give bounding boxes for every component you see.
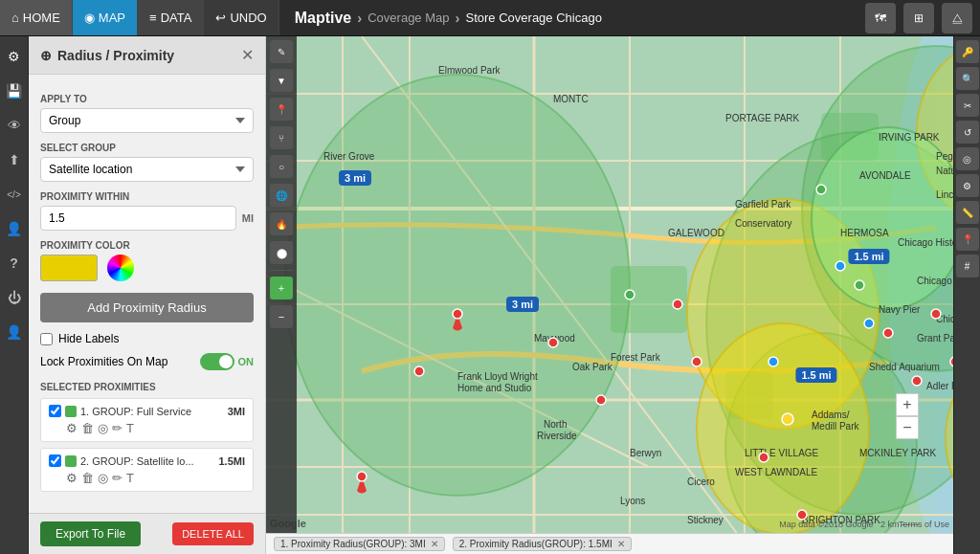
right-tool-cut[interactable]: ✂ [956,94,979,117]
bottom-tag-2: 2. Proximity Radius(GROUP): 1.5MI ✕ [453,537,632,551]
hide-labels-checkbox[interactable] [40,333,53,345]
proximity-item-1-header: 1. GROUP: Full Service 3MI [49,405,245,417]
proximity-1-settings-btn[interactable]: ⚙ [66,421,78,435]
eye-icon[interactable]: 👁 [2,113,27,138]
proximity-1-actions: ⚙ 🗑 ◎ ✏ T [49,421,245,435]
color-wheel[interactable] [107,255,134,281]
proximity-1-trash-btn[interactable]: 🗑 [81,421,94,435]
right-tool-ruler[interactable]: 📏 [956,201,979,224]
proximity-2-color [65,455,77,467]
lock-toggle[interactable]: ON [200,353,255,370]
map-tool-zoom-plus[interactable]: + [270,277,293,299]
home-button[interactable]: ⌂ HOME [0,0,73,35]
map-tool-filter[interactable]: ▼ [270,69,293,92]
data-button[interactable]: ≡ DATA [138,0,204,35]
proximity-2-label-btn[interactable]: T [126,471,134,485]
proximity-item-1: 1. GROUP: Full Service 3MI ⚙ 🗑 ◎ ✏ T [40,398,254,442]
map-tool-pin[interactable]: 📍 [270,98,293,121]
delete-all-button[interactable]: DELETE ALL [172,522,254,545]
selected-proximities-label: SELECTED PROXIMITIES [40,382,254,392]
save-icon[interactable]: 💾 [2,78,27,103]
svg-point-29 [812,127,953,309]
map-tool-dot[interactable]: ⬤ [270,241,293,264]
toggle-track[interactable] [200,353,234,370]
map-tool-heat[interactable]: 🔥 [270,212,293,235]
proximity-2-distance: 1.5MI [218,455,245,467]
sidebar-panel: ⊕ Radius / Proximity ✕ APPLY TO Group Al… [29,36,266,554]
user2-icon[interactable]: 👤 [2,320,27,344]
proximity-2-actions: ⚙ 🗑 ◎ ✏ T [49,471,245,485]
right-tool-calc[interactable]: # [956,255,979,277]
proximity-item-2: 2. GROUP: Satellite lo... 1.5MI ⚙ 🗑 ◎ ✏ … [40,448,254,492]
map-button[interactable]: ◉ MAP [73,0,138,35]
select-group-label: SELECT GROUP [40,143,254,153]
apply-to-select[interactable]: Group All Custom [40,108,254,133]
stack-icon-btn[interactable]: ⊞ [903,3,934,33]
home-icon: ⌂ [11,11,19,25]
right-tool-pin[interactable]: 📍 [956,228,979,251]
right-tool-refresh[interactable]: ↺ [956,121,979,144]
layers-icon-btn[interactable]: 🗺 [865,3,896,33]
zoom-in-button[interactable]: + [896,393,919,416]
right-tool-key[interactable]: 🔑 [956,40,979,63]
proximity-1-edit-btn[interactable]: ✏ [112,421,122,435]
bottombar: 1. Proximity Radius(GROUP): 3MI ✕ 2. Pro… [266,533,953,554]
zoom-out-button[interactable]: − [896,416,919,439]
map-tool-route[interactable]: ⑂ [270,126,293,149]
lock-proximities-row: Lock Proximities On Map ON [40,353,254,370]
breadcrumb1: Coverage Map [368,11,449,25]
bottom-tag-2-close[interactable]: ✕ [617,539,625,549]
map-tool-draw[interactable]: ✎ [270,40,293,63]
topbar: ⌂ HOME ◉ MAP ≡ DATA ↩ UNDO Maptive › Cov… [0,0,980,36]
add-proximity-button[interactable]: Add Proximity Radius [40,293,254,322]
settings-icon[interactable]: ⚙ [2,44,27,69]
color-section [40,255,254,281]
select-group-select[interactable]: Satellite location Full Service All Grou… [40,157,254,182]
toggle-state-label: ON [238,356,255,367]
proximity-2-eye-btn[interactable]: ◎ [98,471,108,485]
proximity-1-label: 1. GROUP: Full Service [80,406,224,417]
arrow-icon1: › [357,10,362,26]
power-icon[interactable]: ⏻ [2,285,27,310]
sidebar-close-button[interactable]: ✕ [241,46,254,64]
proximity-2-settings-btn[interactable]: ⚙ [66,471,78,485]
map-tool-globe[interactable]: 🌐 [270,184,293,207]
terms-of-use[interactable]: Terms of Use [899,520,949,529]
bottom-tag-2-text: 2. Proximity Radius(GROUP): 1.5MI [459,539,612,549]
proximity-2-edit-btn[interactable]: ✏ [112,471,122,485]
right-tool-search[interactable]: 🔍 [956,67,979,90]
color-swatch[interactable] [40,255,98,281]
data-icon: ≡ [149,11,157,25]
share-icon[interactable]: ⬆ [2,147,27,172]
map-area[interactable]: Elmwood Park River Grove MONTC PORTAGE P… [266,36,953,554]
breadcrumb2: Store Coverage Chicago [466,11,602,25]
topbar-right: 🗺 ⊞ ⧋ [858,3,980,33]
proximity-1-label-btn[interactable]: T [126,421,134,435]
map-icon: ◉ [84,11,95,25]
lock-label: Lock Proximities On Map [40,355,167,368]
proximity-2-trash-btn[interactable]: 🗑 [81,471,94,485]
proximity-1-distance: 3MI [228,406,245,417]
map-label: MAP [99,11,125,25]
question-icon[interactable]: ? [2,251,27,276]
map-tool-zoom-minus[interactable]: − [270,305,293,328]
right-tool-target[interactable]: ◎ [956,147,979,170]
proximity-1-checkbox[interactable] [49,405,61,417]
network-icon-btn[interactable]: ⧋ [942,3,972,33]
bottom-tag-1-close[interactable]: ✕ [431,539,438,549]
proximity-2-checkbox[interactable] [49,454,61,467]
proximity-value-input[interactable] [40,206,236,231]
right-tool-gear[interactable]: ⚙ [956,174,979,197]
proximity-1-eye-btn[interactable]: ◎ [98,421,108,435]
person-icon[interactable]: 👤 [2,216,27,241]
hide-labels-text: Hide Labels [58,332,119,345]
map-svg [266,36,953,554]
proximity-item-2-header: 2. GROUP: Satellite lo... 1.5MI [49,454,245,467]
code-icon[interactable]: </> [2,182,27,207]
map-tool-shape[interactable]: ○ [270,155,293,178]
breadcrumb-area: Maptive › Coverage Map › Store Coverage … [279,10,858,27]
sidebar-title: ⊕ Radius / Proximity [40,48,174,63]
export-button[interactable]: Export To File [40,521,141,546]
bottom-tag-1-text: 1. Proximity Radius(GROUP): 3MI [280,539,426,549]
undo-button[interactable]: ↩ UNDO [204,0,278,35]
